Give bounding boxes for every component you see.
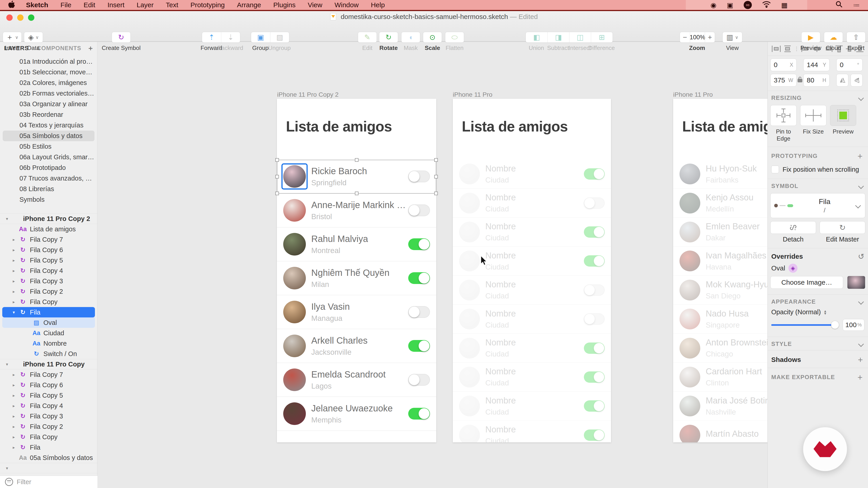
sidecar-icon[interactable]: ▣ <box>727 1 733 9</box>
scale-button[interactable]: ⊙ <box>423 32 442 43</box>
disclosure-arrow-icon[interactable]: ▸ <box>10 372 18 377</box>
creative-cloud-icon[interactable]: ∞ <box>744 1 752 9</box>
artboard-iphone-11-pro-copy-2[interactable]: Lista de amigos Rickie Baroch Springfiel… <box>277 99 436 442</box>
mask-button[interactable]: ◖ <box>401 32 420 43</box>
layer-row[interactable]: ▸ ↻ Fila Copy 2 <box>0 421 97 432</box>
friend-row[interactable]: Emelda Scandroot Lagos <box>277 363 436 397</box>
override-image-thumbnail[interactable] <box>847 276 865 289</box>
artboard-title[interactable]: iPhone 11 Pro <box>453 91 492 98</box>
layer-row[interactable]: ▸ ↻ Fila Copy 5 <box>0 255 97 265</box>
page-item[interactable]: 01b Seleccionar, mover y transformar <box>3 67 94 77</box>
friend-row[interactable]: Arkell Charles Jacksonville <box>277 329 436 363</box>
apple-icon[interactable] <box>8 0 16 10</box>
friend-row[interactable]: Emlen Beaver Dakar <box>673 218 767 247</box>
subtract-button[interactable]: ◨ <box>548 32 569 42</box>
width-field[interactable]: 375W <box>770 74 797 87</box>
edit-button[interactable]: ✎ <box>358 32 377 43</box>
toggle[interactable] <box>584 226 604 238</box>
menu-item[interactable]: Edit <box>78 1 101 9</box>
blend-mode-stepper[interactable]: ▲▼ <box>824 310 827 315</box>
layer-row[interactable]: ▾ iPhone 11 Pro Copy 2 <box>0 214 97 224</box>
friend-row[interactable]: Hu Hyon-Suk Fairbanks <box>673 160 767 189</box>
friend-toggle[interactable] <box>408 374 430 386</box>
rotation-field[interactable]: 0° <box>836 59 863 71</box>
cloud-button[interactable]: ☁ <box>824 32 843 43</box>
toggle[interactable] <box>584 197 604 209</box>
menu-item[interactable]: Arrange <box>231 1 267 9</box>
layer-row[interactable]: ▾ ↻ Fila <box>2 307 95 318</box>
wifi-icon[interactable] <box>762 1 771 9</box>
disclosure-arrow-icon[interactable]: ▾ <box>3 362 11 367</box>
height-field[interactable]: 80H <box>803 74 830 87</box>
placeholder-row[interactable]: Nombre Ciudad <box>453 421 611 442</box>
create-symbol-button[interactable]: ↻ <box>112 32 131 43</box>
artboard-title[interactable]: iPhone 11 Pro Copy 2 <box>277 91 339 98</box>
friend-row[interactable]: Nado Husa Singapore <box>673 305 767 334</box>
friend-toggle[interactable] <box>408 306 430 318</box>
layer-row[interactable]: ▾ iPhone 11 Pro Copy <box>0 359 97 369</box>
friend-toggle[interactable] <box>408 204 430 216</box>
disclosure-arrow-icon[interactable]: ▸ <box>10 248 18 253</box>
menu-item[interactable]: Plugins <box>267 1 302 9</box>
make-exportable-icon[interactable]: ＋ <box>856 372 865 383</box>
preview-button[interactable]: ▶ <box>801 32 820 43</box>
export-button[interactable]: ⇧ <box>846 32 866 43</box>
disclosure-arrow-icon[interactable]: ▾ <box>10 310 18 315</box>
layer-row[interactable]: ▸ ↻ Fila Copy 7 <box>0 234 97 245</box>
filter-input[interactable]: Filter <box>17 478 31 486</box>
add-prototyping-icon[interactable]: ＋ <box>856 151 865 162</box>
layer-row[interactable]: ▸ ↻ Fila Copy 3 <box>0 411 97 421</box>
disclosure-arrow-icon[interactable]: ▸ <box>10 403 18 409</box>
friend-row[interactable]: Anne-Marije Markink Sán… Bristol <box>277 194 436 228</box>
screen-record-icon[interactable]: ◉ <box>710 1 716 9</box>
artboard-title[interactable]: iPhone 11 Pro <box>673 91 713 98</box>
toggle[interactable] <box>584 313 604 325</box>
placeholder-row[interactable]: Nombre Ciudad <box>453 218 611 247</box>
zoom-in-button[interactable]: + <box>705 32 715 42</box>
toggle[interactable] <box>584 371 604 383</box>
collapse-resizing-icon[interactable] <box>858 95 864 101</box>
disclosure-arrow-icon[interactable]: ▸ <box>10 299 18 304</box>
collapse-style-icon[interactable] <box>858 341 864 347</box>
layer-row[interactable]: ▨ Oval <box>2 318 95 328</box>
layer-row[interactable]: ▸ ↻ Fila Copy 6 <box>0 380 97 390</box>
disclosure-arrow-icon[interactable]: ▸ <box>10 393 18 398</box>
placeholder-row[interactable]: Nombre Ciudad <box>453 363 611 392</box>
page-item[interactable]: 02b Formas vectoriales e iconos <box>3 88 94 99</box>
menu-item[interactable]: Prototyping <box>184 1 231 9</box>
launchpad-icon[interactable]: ▦ <box>781 1 787 9</box>
pin-to-edge-option[interactable] <box>770 105 797 126</box>
data-button[interactable]: ◈∨ <box>24 32 43 43</box>
layer-row[interactable]: Aa 05a Símbolos y datos <box>0 453 97 463</box>
layer-row[interactable]: ▸ ↻ Fila Copy 5 <box>0 390 97 400</box>
collapse-appearance-icon[interactable] <box>858 299 864 304</box>
choose-image-button[interactable]: Choose Image… <box>770 276 843 289</box>
menu-item[interactable]: File <box>54 1 77 9</box>
toggle[interactable] <box>584 255 604 267</box>
menu-item[interactable]: Text <box>160 1 184 9</box>
intersect-button[interactable]: ◫ <box>569 32 591 42</box>
control-center-icon[interactable]: ≔ <box>853 1 860 9</box>
disclosure-arrow-icon[interactable]: ▸ <box>10 258 18 263</box>
add-shadow-icon[interactable]: ＋ <box>856 354 864 365</box>
layer-row[interactable]: ▸ ↻ Fila Copy 6 <box>0 245 97 255</box>
friend-row[interactable]: Ivan Magalhães Havana <box>673 247 767 275</box>
filter-bar[interactable]: Filter <box>0 476 97 488</box>
friend-toggle[interactable] <box>408 272 430 284</box>
toggle[interactable] <box>584 343 604 354</box>
lock-ratio-icon[interactable] <box>797 76 803 84</box>
menu-item[interactable]: Help <box>365 1 391 9</box>
disclosure-arrow-icon[interactable]: ▸ <box>10 414 18 419</box>
friend-toggle[interactable] <box>408 408 430 420</box>
page-item[interactable]: 01a Introducción al programa, form… <box>3 56 94 67</box>
flatten-button[interactable]: ⬭ <box>445 32 464 43</box>
page-item[interactable]: Symbols <box>3 194 94 205</box>
zoom-value[interactable]: 100% <box>690 32 705 42</box>
menu-sketch[interactable]: Sketch <box>20 1 54 9</box>
friend-row[interactable]: Rickie Baroch Springfield <box>277 160 436 194</box>
placeholder-row[interactable]: Nombre Ciudad <box>453 305 611 334</box>
friend-toggle[interactable] <box>408 238 430 250</box>
x-position-field[interactable]: 0X <box>770 59 797 71</box>
flip-vertical-button[interactable] <box>850 74 863 87</box>
artboard-iphone-11-pro[interactable]: Lista de amigos Nombre Ciudad Nombre Ciu… <box>453 99 611 442</box>
